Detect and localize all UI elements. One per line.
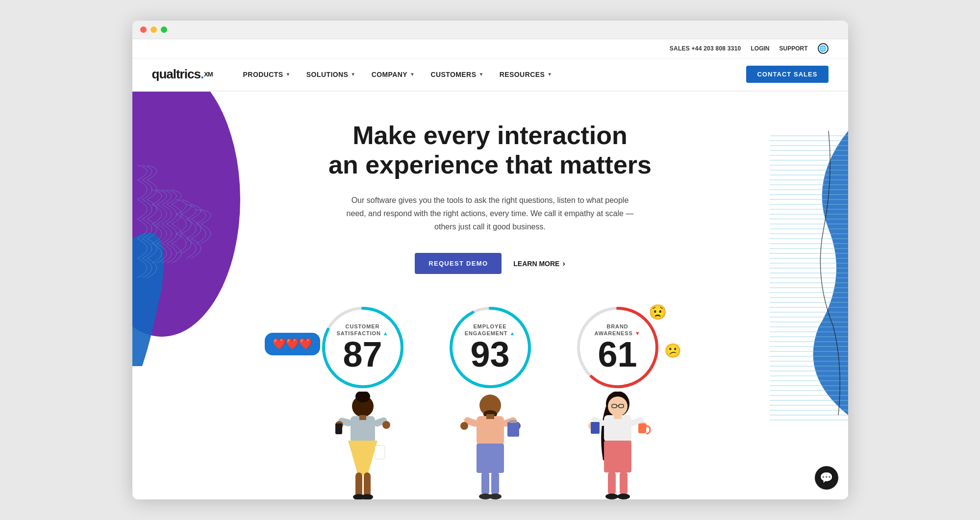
request-demo-button[interactable]: REQUEST DEMO xyxy=(415,253,502,274)
utility-bar: SALES +44 203 808 3310 LOGIN SUPPORT 🌐 xyxy=(132,39,848,58)
svg-point-112 xyxy=(605,494,618,499)
svg-point-113 xyxy=(617,494,630,499)
metric-number-3: 61 xyxy=(598,337,637,372)
nav-item-customers[interactable]: CUSTOMERS ▼ xyxy=(424,67,490,82)
svg-rect-101 xyxy=(604,415,631,442)
hero-content: Make every interaction an experience tha… xyxy=(152,121,829,499)
svg-rect-73 xyxy=(364,472,371,497)
hero-title: Make every interaction an experience tha… xyxy=(299,121,681,180)
svg-rect-72 xyxy=(355,472,362,497)
hero-buttons: REQUEST DEMO LEARN MORE › xyxy=(152,253,829,274)
trend-up-icon-2: ▲ xyxy=(509,330,515,336)
person-1 xyxy=(328,392,397,499)
chevron-down-icon: ▼ xyxy=(547,72,552,77)
svg-rect-65 xyxy=(351,416,375,443)
svg-rect-71 xyxy=(335,423,342,434)
svg-rect-110 xyxy=(608,471,616,495)
login-link[interactable]: LOGIN xyxy=(751,45,769,52)
svg-point-93 xyxy=(489,494,502,499)
svg-point-85 xyxy=(460,422,468,430)
metrics-section: ❤️❤️❤️ CUSTOMER SATISFACTION ▲ xyxy=(152,303,829,499)
language-selector[interactable]: 🌐 xyxy=(818,43,829,54)
logo-xm: XM xyxy=(204,71,213,78)
svg-rect-82 xyxy=(486,414,494,419)
heart-emoji: ❤️❤️❤️ xyxy=(273,338,312,350)
nav-item-solutions[interactable]: SOLUTIONS ▼ xyxy=(300,67,363,82)
chevron-down-icon: ▼ xyxy=(351,72,355,77)
close-dot[interactable] xyxy=(140,26,147,33)
browser-window: SALES +44 203 808 3310 LOGIN SUPPORT 🌐 q… xyxy=(132,21,848,499)
nav-item-resources[interactable]: RESOURCES ▼ xyxy=(493,67,559,82)
sales-phone: SALES +44 203 808 3310 xyxy=(670,45,741,52)
svg-rect-89 xyxy=(477,444,504,473)
sad-emoji-1: 😟 xyxy=(649,303,667,321)
support-link[interactable]: SUPPORT xyxy=(779,45,807,52)
contact-sales-button[interactable]: CONTACT SALES xyxy=(746,66,828,83)
browser-chrome xyxy=(132,21,848,39)
metric-circle-2: EMPLOYEE ENGAGEMENT ▲ 93 xyxy=(446,303,534,392)
svg-point-97 xyxy=(608,396,628,416)
svg-rect-107 xyxy=(638,423,646,433)
svg-rect-102 xyxy=(614,414,622,419)
svg-rect-76 xyxy=(375,446,385,459)
svg-rect-91 xyxy=(491,471,499,495)
nav-items: PRODUCTS ▼ SOLUTIONS ▼ COMPANY ▼ CUSTOME… xyxy=(236,67,747,82)
svg-rect-81 xyxy=(477,416,504,446)
metric-customer-satisfaction: ❤️❤️❤️ CUSTOMER SATISFACTION ▲ xyxy=(304,303,422,499)
metric-brand-awareness: 😟 😕 BRAND AWARENESS ▼ xyxy=(559,303,677,499)
logo[interactable]: qualtrics.XM xyxy=(152,67,213,82)
svg-rect-109 xyxy=(604,441,631,472)
person-2 xyxy=(456,392,525,499)
svg-point-75 xyxy=(361,494,373,499)
hero-section: Feedback xyxy=(132,92,848,499)
metric-employee-engagement: EMPLOYEE ENGAGEMENT ▲ 93 xyxy=(431,303,549,499)
person-3 xyxy=(583,392,652,499)
nav-item-products[interactable]: PRODUCTS ▼ xyxy=(236,67,298,82)
metric-circle-1: CUSTOMER SATISFACTION ▲ 87 xyxy=(319,303,407,392)
sad-emoji-2: 😕 xyxy=(664,343,681,359)
trend-up-icon-1: ▲ xyxy=(383,330,389,336)
svg-rect-111 xyxy=(620,471,628,495)
svg-rect-108 xyxy=(591,422,600,434)
chevron-down-icon: ▼ xyxy=(286,72,291,77)
minimize-dot[interactable] xyxy=(151,26,157,33)
svg-rect-87 xyxy=(507,422,519,437)
maximize-dot[interactable] xyxy=(161,26,167,33)
metric-number-1: 87 xyxy=(343,337,382,372)
metric-number-2: 93 xyxy=(470,337,509,372)
svg-point-70 xyxy=(382,421,390,429)
chat-bubble: ❤️❤️❤️ xyxy=(265,333,320,355)
nav-item-company[interactable]: COMPANY ▼ xyxy=(365,67,422,82)
logo-text: qualtrics. xyxy=(152,67,204,82)
arrow-right-icon: › xyxy=(562,259,565,268)
learn-more-button[interactable]: LEARN MORE › xyxy=(513,259,565,268)
svg-rect-90 xyxy=(481,471,489,495)
hero-subtitle: Our software gives you the tools to ask … xyxy=(343,194,637,234)
chevron-down-icon: ▼ xyxy=(478,72,483,77)
svg-rect-88 xyxy=(509,420,517,423)
svg-rect-66 xyxy=(359,415,366,420)
chevron-down-icon: ▼ xyxy=(410,72,415,77)
main-nav: qualtrics.XM PRODUCTS ▼ SOLUTIONS ▼ COMP… xyxy=(132,58,848,92)
